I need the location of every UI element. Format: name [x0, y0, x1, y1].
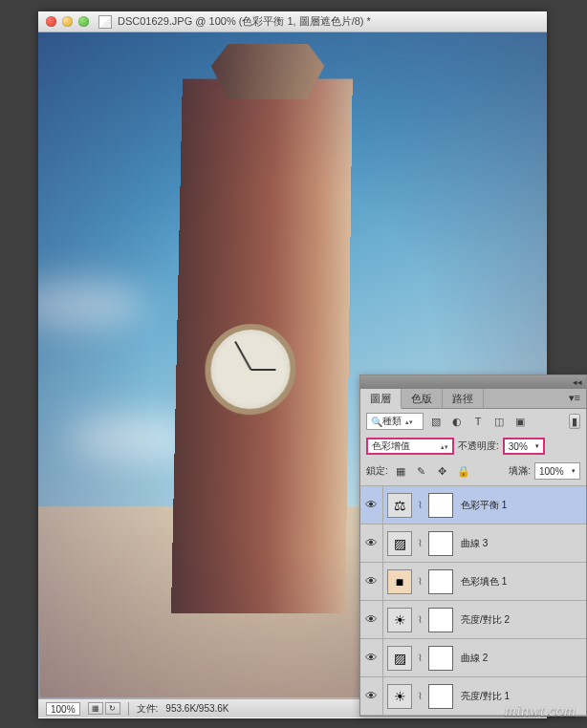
filter-adjust-icon[interactable]: ◐: [448, 414, 466, 429]
tab-paths[interactable]: 路徑: [443, 389, 484, 408]
layer-mask[interactable]: [428, 646, 453, 671]
blend-mode-value: 色彩增值: [372, 439, 410, 453]
window-title: DSC01629.JPG @ 100% (色彩平衡 1, 圖層遮色片/8) *: [118, 14, 371, 29]
link-icon: ⌇: [418, 538, 423, 548]
filter-toggle[interactable]: ▮: [569, 414, 580, 429]
rotate-icon[interactable]: ↻: [105, 702, 120, 715]
opacity-field[interactable]: 30% ▾: [503, 438, 545, 455]
adjustment-icon: ⚖: [387, 493, 412, 518]
lock-transparency-icon[interactable]: ▦: [392, 463, 409, 479]
layer-name: 亮度/對比 2: [461, 613, 510, 627]
blend-row: 色彩增值 ▴▾ 不透明度: 30% ▾: [360, 434, 586, 459]
zoom-button[interactable]: [78, 16, 89, 27]
opacity-label: 不透明度:: [458, 439, 499, 453]
layer-row[interactable]: 👁⚖⌇色彩平衡 1: [360, 486, 586, 525]
layer-name: 色彩平衡 1: [461, 499, 507, 512]
filter-shape-icon[interactable]: ◫: [490, 414, 508, 429]
close-button[interactable]: [46, 16, 56, 27]
link-icon: ⌇: [418, 614, 423, 625]
link-icon: ⌇: [418, 691, 423, 701]
view-icon[interactable]: ▦: [88, 702, 103, 715]
blend-mode-dropdown[interactable]: 色彩增值 ▴▾: [366, 438, 454, 455]
visibility-toggle[interactable]: 👁: [360, 677, 383, 715]
layer-mask[interactable]: [428, 531, 453, 556]
lock-all-icon[interactable]: 🔒: [455, 463, 472, 479]
layers-panel: ◂◂ 圖層 色版 路徑 ▾≡ 🔍 種類 ▴▾ ▧ ◐ T ◫ ▣ ▮ 色彩增值 …: [359, 375, 587, 717]
layer-mask[interactable]: [428, 608, 453, 632]
layer-row[interactable]: 👁☀⌇亮度/對比 2: [360, 601, 586, 639]
status-icons: ▦ ↻: [88, 702, 120, 715]
filter-row: 🔍 種類 ▴▾ ▧ ◐ T ◫ ▣ ▮: [360, 409, 586, 434]
title-bar: DSC01629.JPG @ 100% (色彩平衡 1, 圖層遮色片/8) *: [38, 11, 547, 32]
opacity-value: 30%: [509, 441, 528, 452]
adjustment-icon: ▨: [387, 531, 412, 556]
visibility-toggle[interactable]: 👁: [360, 486, 383, 524]
lock-position-icon[interactable]: ✥: [434, 463, 451, 479]
filter-smart-icon[interactable]: ▣: [511, 414, 529, 429]
layer-row[interactable]: 👁▨⌇曲線 3: [360, 525, 586, 563]
layer-row[interactable]: 👁■⌇色彩填色 1: [360, 563, 586, 601]
link-icon: ⌇: [418, 653, 423, 663]
visibility-toggle[interactable]: 👁: [360, 639, 383, 676]
layer-name: 亮度/對比 1: [461, 690, 510, 703]
filter-pixel-icon[interactable]: ▧: [427, 414, 445, 429]
filter-kind-label: 種類: [382, 415, 402, 428]
adjustment-icon: ■: [387, 569, 412, 594]
lock-row: 鎖定: ▦ ✎ ✥ 🔒 填滿: 100% ▾: [360, 459, 586, 486]
layer-name: 色彩填色 1: [461, 575, 507, 589]
file-type-icon: [98, 15, 112, 29]
panel-tabs: 圖層 色版 路徑 ▾≡: [360, 389, 586, 409]
tab-channels[interactable]: 色版: [402, 389, 443, 408]
tab-layers[interactable]: 圖層: [360, 389, 402, 409]
visibility-toggle[interactable]: 👁: [360, 563, 383, 600]
fill-field[interactable]: 100% ▾: [534, 462, 580, 480]
filter-kind-dropdown[interactable]: 🔍 種類 ▴▾: [366, 413, 424, 430]
fill-label: 填滿:: [509, 464, 531, 478]
layers-list: 👁⚖⌇色彩平衡 1👁▨⌇曲線 3👁■⌇色彩填色 1👁☀⌇亮度/對比 2👁▨⌇曲線…: [360, 486, 586, 716]
panel-header: ◂◂: [360, 375, 586, 389]
minimize-button[interactable]: [62, 16, 73, 27]
adjustment-icon: ▨: [387, 646, 412, 671]
watermark: minwt.com: [505, 701, 576, 720]
layer-row[interactable]: 👁▨⌇曲線 2: [360, 639, 586, 677]
link-icon: ⌇: [418, 500, 423, 510]
zoom-field[interactable]: 100%: [46, 702, 80, 716]
window-controls: [46, 16, 89, 27]
adjustment-icon: ☀: [387, 684, 412, 709]
layer-mask[interactable]: [428, 493, 453, 518]
layer-mask[interactable]: [428, 569, 453, 594]
panel-menu-icon[interactable]: ▾≡: [484, 389, 586, 408]
layer-name: 曲線 3: [461, 537, 488, 550]
adjustment-icon: ☀: [387, 608, 412, 632]
lock-pixels-icon[interactable]: ✎: [413, 463, 430, 479]
visibility-toggle[interactable]: 👁: [360, 525, 383, 562]
visibility-toggle[interactable]: 👁: [360, 601, 383, 638]
layer-name: 曲線 2: [461, 652, 488, 665]
collapse-icon[interactable]: ◂◂: [573, 377, 582, 387]
layer-mask[interactable]: [428, 684, 453, 709]
file-size-label: 文件:: [137, 702, 159, 716]
fill-value: 100%: [539, 466, 564, 477]
link-icon: ⌇: [418, 576, 423, 587]
file-size-value: 953.6K/953.6K: [165, 703, 228, 714]
filter-type-icon[interactable]: T: [469, 414, 487, 429]
lock-label: 鎖定:: [366, 464, 388, 478]
